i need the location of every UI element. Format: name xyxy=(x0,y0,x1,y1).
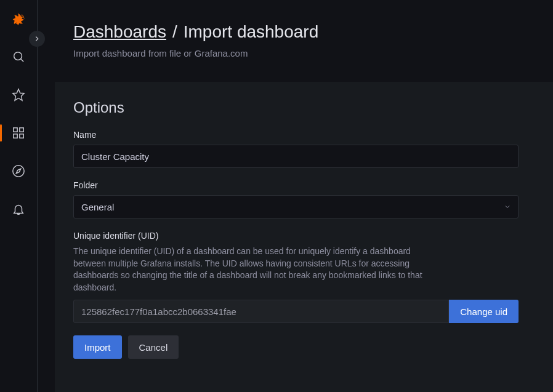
svg-rect-5 xyxy=(20,128,23,132)
svg-marker-3 xyxy=(13,89,24,100)
cancel-button[interactable]: Cancel xyxy=(128,335,179,359)
import-button[interactable]: Import xyxy=(73,335,122,359)
sidebar-item-search[interactable] xyxy=(0,46,37,68)
main: Dashboards / Import dashboard Import das… xyxy=(38,0,553,392)
folder-value: General xyxy=(81,202,114,212)
folder-label: Folder xyxy=(73,180,519,190)
svg-point-1 xyxy=(14,52,22,60)
panel-title: Options xyxy=(73,99,519,116)
svg-point-8 xyxy=(13,166,24,177)
expand-sidebar-button[interactable] xyxy=(29,31,45,47)
name-input[interactable] xyxy=(73,145,519,168)
breadcrumb: Dashboards / Import dashboard xyxy=(73,22,553,42)
options-panel: Options Name Folder General Unique ident… xyxy=(55,82,553,392)
breadcrumb-current: Import dashboard xyxy=(184,22,318,42)
svg-marker-9 xyxy=(16,169,20,173)
field-uid: Unique identifier (UID) The unique ident… xyxy=(73,231,519,323)
change-uid-button[interactable]: Change uid xyxy=(449,300,519,323)
breadcrumb-separator: / xyxy=(172,22,177,42)
uid-description: The unique identifier (UID) of a dashboa… xyxy=(73,246,424,294)
uid-label: Unique identifier (UID) xyxy=(73,231,519,241)
svg-rect-4 xyxy=(14,128,17,132)
page-subtitle: Import dashboard from file or Grafana.co… xyxy=(73,48,553,58)
field-name: Name xyxy=(73,130,519,168)
folder-select[interactable]: General xyxy=(73,195,519,218)
sidebar-item-alerting[interactable] xyxy=(0,198,37,220)
sidebar-item-explore[interactable] xyxy=(0,160,37,182)
name-label: Name xyxy=(73,130,519,140)
svg-line-2 xyxy=(21,59,24,62)
sidebar-item-starred[interactable] xyxy=(0,84,37,106)
page-header: Dashboards / Import dashboard Import das… xyxy=(38,0,553,74)
sidebar xyxy=(0,0,38,392)
compass-icon xyxy=(12,164,25,178)
action-row: Import Cancel xyxy=(73,335,519,359)
bell-icon xyxy=(12,202,25,216)
chevron-down-icon xyxy=(504,203,511,210)
breadcrumb-root[interactable]: Dashboards xyxy=(73,22,166,42)
star-icon xyxy=(12,88,25,102)
search-icon xyxy=(12,50,25,63)
svg-rect-6 xyxy=(14,134,17,138)
sidebar-item-dashboards[interactable] xyxy=(0,122,37,144)
uid-input xyxy=(73,300,449,323)
svg-rect-7 xyxy=(20,134,23,138)
field-folder: Folder General xyxy=(73,180,519,218)
dashboards-icon xyxy=(12,126,25,140)
grafana-logo[interactable] xyxy=(10,12,27,30)
